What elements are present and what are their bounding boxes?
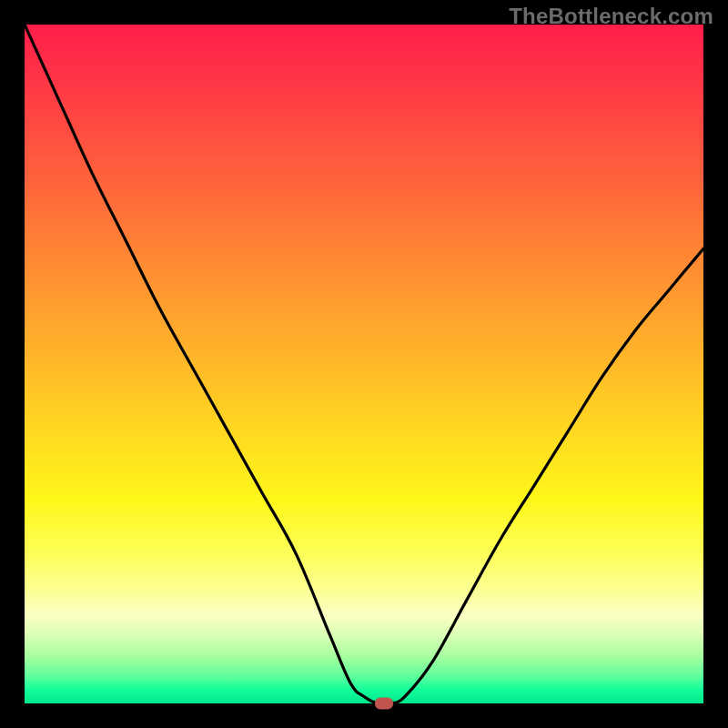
bottleneck-curve [25, 25, 703, 703]
chart-frame: TheBottleneck.com [0, 0, 728, 728]
minimum-marker [375, 698, 393, 710]
plot-area [25, 25, 703, 703]
